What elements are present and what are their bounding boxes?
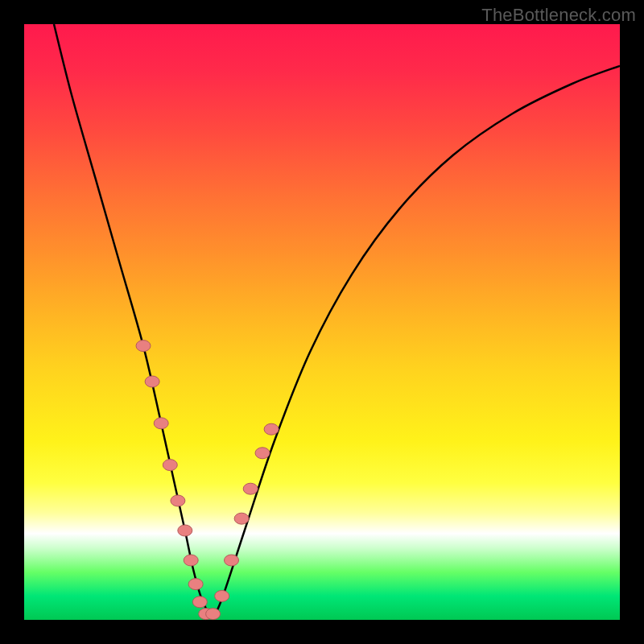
marker-bead — [215, 590, 229, 601]
watermark-text: TheBottleneck.com — [481, 5, 636, 26]
plot-area — [24, 24, 620, 620]
chart-frame: TheBottleneck.com — [0, 0, 644, 644]
marker-bead — [154, 418, 168, 429]
marker-bead — [225, 555, 239, 566]
marker-bead — [192, 597, 207, 608]
marker-bead — [136, 341, 151, 352]
marker-bead — [264, 423, 279, 435]
marker-bead — [243, 483, 258, 494]
marker-group — [136, 341, 279, 620]
marker-bead — [234, 513, 249, 524]
marker-bead — [145, 376, 159, 387]
marker-bead — [171, 495, 185, 506]
marker-bead — [255, 448, 270, 459]
bottleneck-curve — [54, 24, 620, 614]
marker-bead — [206, 609, 221, 620]
marker-bead — [163, 460, 177, 471]
marker-bead — [178, 525, 192, 536]
curve-overlay — [24, 24, 620, 620]
marker-bead — [184, 555, 198, 566]
marker-bead — [188, 579, 203, 590]
